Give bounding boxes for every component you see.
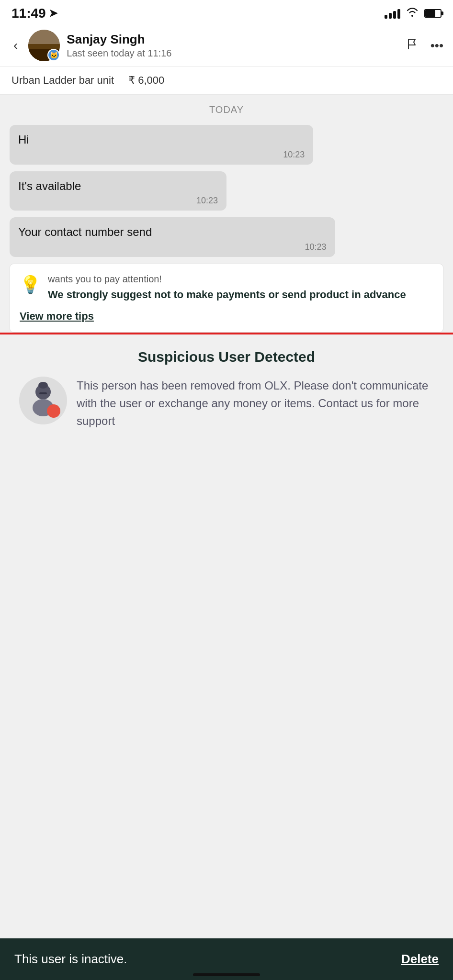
avatar-badge-icon: 🐱 xyxy=(47,49,60,61)
warning-lightbulb-icon: 💡 xyxy=(20,275,41,295)
listing-price: ₹ 6,000 xyxy=(128,74,164,87)
message-time: 10:23 xyxy=(18,150,305,160)
suspicious-section: Suspicious User Detected This person xyxy=(10,334,443,449)
delete-button[interactable]: Delete xyxy=(401,952,439,967)
warning-box: 💡 wants you to pay attention! We strongl… xyxy=(10,264,443,333)
message-text: It's available xyxy=(18,178,218,194)
home-indicator xyxy=(193,973,260,976)
suspicious-avatar xyxy=(19,377,67,424)
listing-bar: Urban Ladder bar unit ₹ 6,000 xyxy=(0,67,453,95)
navigation-arrow-icon: ➤ xyxy=(49,7,57,20)
user-status: Last seen today at 11:16 xyxy=(67,48,398,59)
svg-point-5 xyxy=(38,382,48,389)
chat-header: ‹ 🐱 Sanjay Singh Last seen today at 11:1… xyxy=(0,25,453,67)
more-options-button[interactable]: ••• xyxy=(430,38,443,53)
view-more-tips-link[interactable]: View more tips xyxy=(20,310,433,323)
avatar[interactable]: 🐱 xyxy=(28,30,60,61)
svg-point-8 xyxy=(47,404,60,418)
date-divider: TODAY xyxy=(10,104,443,115)
suspicious-description: This person has been removed from OLX. P… xyxy=(77,377,434,430)
user-info: Sanjay Singh Last seen today at 11:16 xyxy=(67,32,398,59)
message-text: Your contact number send xyxy=(18,224,327,240)
message-text: Hi xyxy=(18,132,305,148)
back-button[interactable]: ‹ xyxy=(10,36,22,55)
message-time: 10:23 xyxy=(18,242,327,252)
user-name: Sanjay Singh xyxy=(67,32,398,47)
wifi-icon xyxy=(406,7,419,20)
inactive-text: This user is inactive. xyxy=(14,952,127,967)
header-actions: ••• xyxy=(406,37,443,54)
status-icons xyxy=(385,7,442,20)
suspicious-content: This person has been removed from OLX. P… xyxy=(19,377,434,430)
battery-icon xyxy=(424,9,442,18)
message-bubble: Your contact number send 10:23 xyxy=(10,217,335,257)
suspicious-title: Suspicious User Detected xyxy=(19,349,434,365)
svg-rect-7 xyxy=(39,392,47,394)
message-time: 10:23 xyxy=(18,196,218,206)
time-display: 11:49 xyxy=(11,6,46,21)
status-bar: 11:49 ➤ xyxy=(0,0,453,25)
chat-area: TODAY Hi 10:23 It's available 10:23 Your… xyxy=(0,95,453,497)
flag-button[interactable] xyxy=(406,37,419,54)
warning-message-text: We strongly suggest not to make payments… xyxy=(48,288,406,302)
message-bubble: Hi 10:23 xyxy=(10,125,313,165)
signal-icon xyxy=(385,8,400,19)
warning-attention-text: wants you to pay attention! xyxy=(48,274,406,285)
status-time: 11:49 ➤ xyxy=(11,6,57,21)
listing-title: Urban Ladder bar unit xyxy=(11,74,114,87)
message-bubble: It's available 10:23 xyxy=(10,171,226,211)
